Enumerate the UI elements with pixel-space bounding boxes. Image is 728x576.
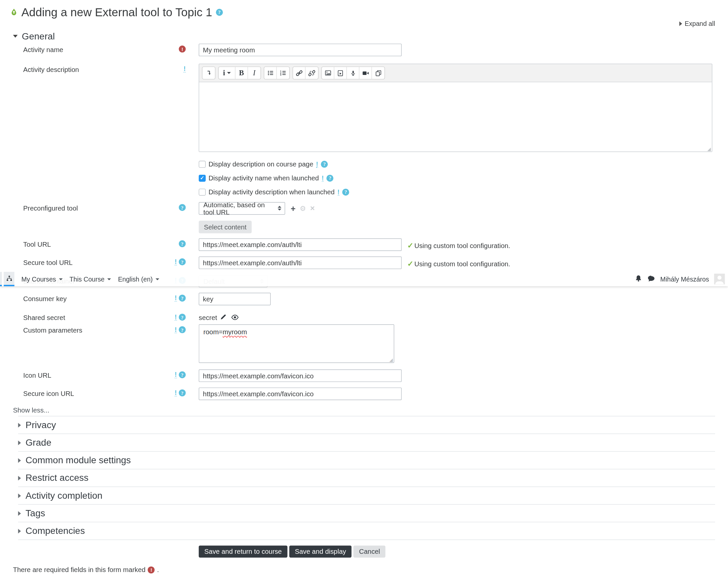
user-name[interactable]: Mihály Mészáros xyxy=(660,275,709,283)
italic-button[interactable]: I xyxy=(248,67,261,79)
link-icon[interactable] xyxy=(293,67,305,79)
nav-tab-partial[interactable] xyxy=(0,272,2,286)
warning-icon: ! xyxy=(337,189,340,195)
checkbox-label: Display activity description when launch… xyxy=(208,189,335,196)
preconfigured-tool-row: Preconfigured tool ? Automatic, based on… xyxy=(0,202,728,215)
save-and-display-button[interactable]: Save and display xyxy=(289,546,352,557)
chevron-right-icon xyxy=(18,476,21,480)
preconfigured-tool-label: Preconfigured tool xyxy=(0,202,153,212)
save-and-return-button[interactable]: Save and return to course xyxy=(199,546,287,557)
required-icon: ! xyxy=(179,46,186,52)
chevron-right-icon xyxy=(18,493,21,498)
checkbox-label: Display description on course page xyxy=(208,160,313,168)
sticky-navbar: My Courses This Course English (en) Mihá… xyxy=(0,272,728,286)
nav-my-courses[interactable]: My Courses xyxy=(21,272,62,286)
consumer-key-input[interactable] xyxy=(199,293,271,306)
nav-language[interactable]: English (en) xyxy=(118,272,159,286)
secure-icon-url-input[interactable] xyxy=(199,387,402,400)
delete-tool-icon[interactable]: × xyxy=(310,205,315,212)
tool-url-input[interactable] xyxy=(199,238,402,251)
divider xyxy=(18,540,715,540)
tool-url-label: Tool URL xyxy=(0,238,153,248)
caret-down-icon xyxy=(155,278,159,280)
display-activity-name-checkbox[interactable] xyxy=(199,174,206,181)
select-arrows-icon xyxy=(277,206,282,211)
cancel-button[interactable]: Cancel xyxy=(354,546,386,557)
section-grade[interactable]: Grade xyxy=(0,434,728,451)
help-icon[interactable]: ? xyxy=(179,258,186,265)
add-tool-icon[interactable]: + xyxy=(291,204,296,212)
icon-url-input[interactable] xyxy=(199,369,402,382)
insert-media-icon[interactable] xyxy=(334,67,347,79)
help-icon[interactable]: ? xyxy=(179,204,186,211)
section-privacy[interactable]: Privacy xyxy=(0,416,728,434)
section-restrict-access[interactable]: Restrict access xyxy=(0,469,728,487)
help-icon[interactable]: ? xyxy=(321,161,328,168)
display-description-checkbox[interactable] xyxy=(199,161,206,168)
tool-url-status: ✓ Using custom tool configuration. xyxy=(407,240,510,249)
editor-text-area[interactable]: ◢ xyxy=(199,82,712,151)
select-content-button[interactable]: Select content xyxy=(199,221,252,233)
nav-this-course[interactable]: This Course xyxy=(69,272,111,286)
help-icon[interactable]: ? xyxy=(179,326,186,333)
chevron-right-icon xyxy=(18,528,21,533)
display-activity-description-checkbox[interactable] xyxy=(199,189,206,195)
help-icon[interactable]: ? xyxy=(179,294,186,301)
help-icon[interactable]: ? xyxy=(179,314,186,321)
show-less-link[interactable]: Show less... xyxy=(13,407,49,414)
help-icon[interactable]: ? xyxy=(327,174,334,181)
sitemap-icon[interactable] xyxy=(4,272,14,286)
section-tags[interactable]: Tags xyxy=(0,505,728,522)
select-content-row: Select content xyxy=(199,221,728,233)
custom-parameters-row: Custom parameters !? room=myroom ◢ xyxy=(0,324,728,363)
toolbar-toggle-icon[interactable] xyxy=(203,67,215,79)
page-header: Adding a new External tool to Topic 1 ? xyxy=(0,0,728,20)
custom-parameters-textarea[interactable]: room=myroom ◢ xyxy=(199,324,394,363)
activity-name-input[interactable] xyxy=(199,44,402,56)
avatar[interactable] xyxy=(714,273,725,284)
shared-secret-row: Shared secret !? secret xyxy=(0,314,728,322)
required-icon: ! xyxy=(148,566,155,573)
messages-icon[interactable] xyxy=(647,275,655,283)
activity-description-row: Activity description ! i B I xyxy=(0,64,728,152)
help-icon[interactable]: ? xyxy=(179,240,186,247)
title-help-icon[interactable]: ? xyxy=(216,9,223,16)
bullet-list-icon[interactable] xyxy=(264,67,277,79)
insert-image-icon[interactable] xyxy=(322,67,334,79)
manage-files-icon[interactable] xyxy=(372,67,384,79)
notifications-bell-icon[interactable] xyxy=(635,275,642,284)
preconfigured-tool-select[interactable]: Automatic, based on tool URL xyxy=(199,202,285,215)
edit-tool-gear-icon[interactable]: ⚙ xyxy=(300,205,306,212)
edit-pencil-icon[interactable] xyxy=(220,314,226,322)
section-activity-completion[interactable]: Activity completion xyxy=(0,487,728,505)
resize-handle[interactable]: ◢ xyxy=(389,358,393,363)
launch-container-row: Launch container !? Default My Courses T… xyxy=(0,275,728,288)
activity-description-label: Activity description xyxy=(0,64,153,73)
section-general-header[interactable]: General xyxy=(0,30,728,42)
record-video-icon[interactable] xyxy=(360,67,372,79)
tool-url-row: Tool URL ? ✓ Using custom tool configura… xyxy=(0,238,728,251)
warning-icon: ! xyxy=(175,258,177,265)
section-competencies[interactable]: Competencies xyxy=(0,522,728,540)
warning-icon: ! xyxy=(175,371,177,378)
secure-tool-url-input[interactable] xyxy=(199,257,402,269)
help-icon[interactable]: ? xyxy=(342,189,349,195)
page-title: Adding a new External tool to Topic 1 xyxy=(21,5,212,19)
consumer-key-row: Consumer key !? xyxy=(0,293,728,306)
warning-icon: ! xyxy=(175,294,177,301)
warning-icon: ! xyxy=(175,314,177,321)
consumer-key-label: Consumer key xyxy=(0,293,153,303)
help-icon[interactable]: ? xyxy=(179,389,186,396)
unlink-icon[interactable] xyxy=(305,67,318,79)
resize-handle[interactable]: ◢ xyxy=(707,147,711,151)
numbered-list-icon[interactable]: 123 xyxy=(277,67,289,79)
section-common-module-settings[interactable]: Common module settings xyxy=(0,452,728,469)
bold-button[interactable]: B xyxy=(235,67,248,79)
paragraph-format-button[interactable]: i xyxy=(219,67,235,79)
help-icon[interactable]: ? xyxy=(179,371,186,378)
secure-icon-url-label: Secure icon URL xyxy=(0,387,153,397)
expand-all-link[interactable]: Expand all xyxy=(0,20,728,28)
eye-icon[interactable] xyxy=(231,314,238,321)
display-description-checkbox-row: Display description on course page ! ? xyxy=(199,160,728,168)
record-audio-icon[interactable] xyxy=(347,67,360,79)
